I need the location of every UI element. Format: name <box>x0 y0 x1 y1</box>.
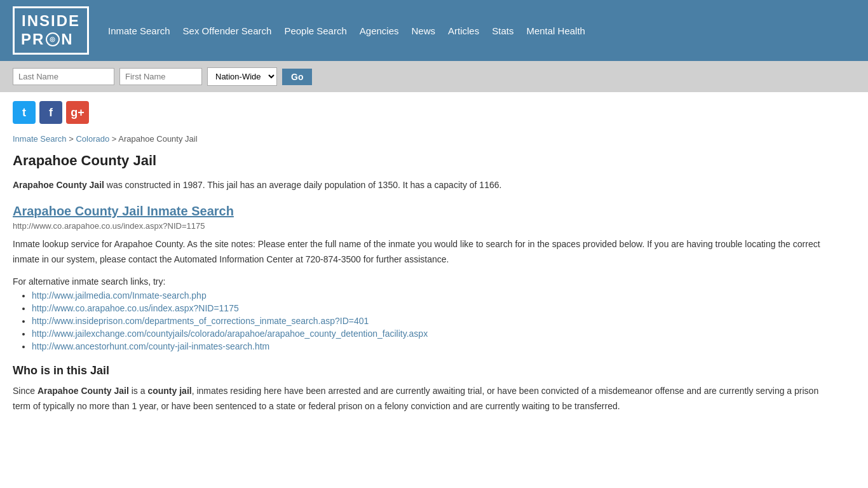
breadcrumb-current: Arapahoe County Jail <box>118 134 197 144</box>
who-text-pre: Since <box>13 386 37 396</box>
logo-o-circle: ◎ <box>46 32 60 46</box>
main-nav: Inmate Search Sex Offender Search People… <box>108 25 585 36</box>
who-bold1: Arapahoe County Jail <box>37 386 129 396</box>
alt-links-label: For alternative inmate search links, try… <box>13 276 839 287</box>
nav-news[interactable]: News <box>412 25 436 36</box>
logo-inside-text: INSIDE <box>21 12 81 30</box>
alt-link-5[interactable]: http://www.ancestorhunt.com/county-jail-… <box>32 341 269 351</box>
alt-links-list: http://www.jailmedia.com/Inmate-search.p… <box>13 290 839 351</box>
nav-articles[interactable]: Articles <box>448 25 479 36</box>
alt-link-3[interactable]: http://www.insideprison.com/departments_… <box>32 316 369 326</box>
who-text-mid: is a <box>129 386 148 396</box>
list-item: http://www.co.arapahoe.co.us/index.aspx?… <box>32 303 839 313</box>
breadcrumb-inmate-search[interactable]: Inmate Search <box>13 134 67 144</box>
list-item: http://www.jailmedia.com/Inmate-search.p… <box>32 290 839 301</box>
who-heading: Who is in this Jail <box>13 364 839 377</box>
nav-people-search[interactable]: People Search <box>284 25 346 36</box>
first-name-input[interactable] <box>119 68 202 85</box>
main-content: Inmate Search > Colorado > Arapahoe Coun… <box>0 128 851 442</box>
social-icons: t f g+ <box>0 92 868 128</box>
inmate-search-link[interactable]: Arapahoe County Jail Inmate Search <box>13 204 234 218</box>
nav-sex-offender-search[interactable]: Sex Offender Search <box>183 25 272 36</box>
who-description: Since Arapahoe County Jail is a county j… <box>13 384 839 414</box>
google-button[interactable]: g+ <box>66 101 89 124</box>
jail-description-rest: was constructed in 1987. This jail has a… <box>104 180 501 190</box>
jail-description: Arapahoe County Jail was constructed in … <box>13 178 839 192</box>
breadcrumb-state[interactable]: Colorado <box>76 134 109 144</box>
alt-link-1[interactable]: http://www.jailmedia.com/Inmate-search.p… <box>32 290 207 301</box>
facebook-button[interactable]: f <box>39 101 62 124</box>
alt-link-2[interactable]: http://www.co.arapahoe.co.us/index.aspx?… <box>32 303 239 313</box>
twitter-button[interactable]: t <box>13 101 36 124</box>
nav-agencies[interactable]: Agencies <box>360 25 399 36</box>
nav-inmate-search[interactable]: Inmate Search <box>108 25 170 36</box>
header: INSIDE PR◎N Inmate Search Sex Offender S… <box>0 0 868 61</box>
go-button[interactable]: Go <box>282 69 312 85</box>
search-bar: Nation-Wide Go <box>0 61 868 92</box>
nav-mental-health[interactable]: Mental Health <box>526 25 585 36</box>
last-name-input[interactable] <box>13 68 114 85</box>
list-item: http://www.jailexchange.com/countyjails/… <box>32 329 839 339</box>
inmate-search-heading: Arapahoe County Jail Inmate Search <box>13 203 839 219</box>
state-dropdown[interactable]: Nation-Wide <box>207 67 277 86</box>
jail-name-bold: Arapahoe County Jail <box>13 180 104 190</box>
list-item: http://www.ancestorhunt.com/county-jail-… <box>32 341 839 351</box>
alt-link-4[interactable]: http://www.jailexchange.com/countyjails/… <box>32 329 428 339</box>
nav-stats[interactable]: Stats <box>492 25 513 36</box>
who-bold2: county jail <box>147 386 191 396</box>
list-item: http://www.insideprison.com/departments_… <box>32 316 839 326</box>
logo-prison-text: PR◎N <box>21 30 81 49</box>
inmate-search-description: Inmate lookup service for Arapahoe Count… <box>13 237 839 268</box>
page-title: Arapahoe County Jail <box>13 152 839 169</box>
site-logo[interactable]: INSIDE PR◎N <box>13 6 89 55</box>
breadcrumb-sep1: > <box>69 134 76 144</box>
breadcrumb: Inmate Search > Colorado > Arapahoe Coun… <box>13 134 839 144</box>
breadcrumb-sep2: > <box>112 134 119 144</box>
inmate-search-url: http://www.co.arapahoe.co.us/index.aspx?… <box>13 221 839 231</box>
